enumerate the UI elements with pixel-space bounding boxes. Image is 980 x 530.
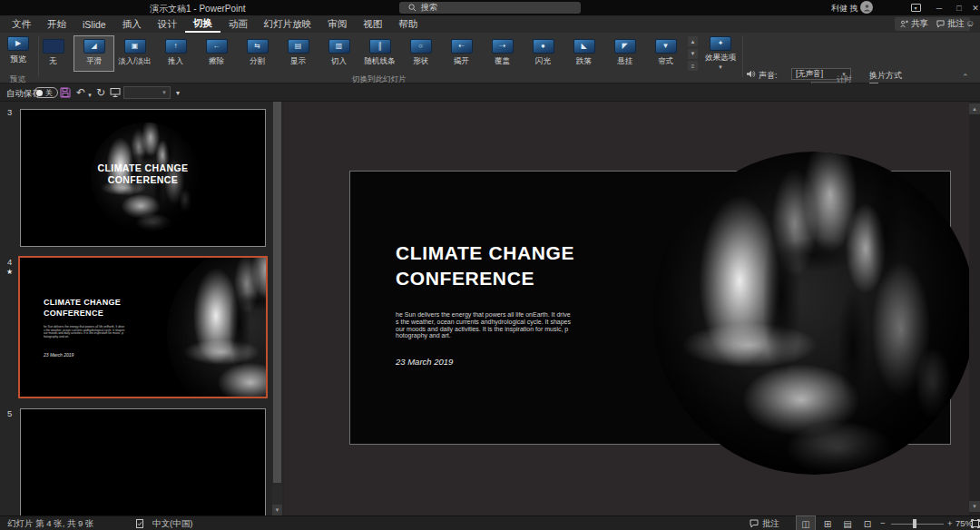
thumbnail-scrollbar[interactable]: ▼ xyxy=(272,102,282,515)
transition-item[interactable]: ▥ 切入 xyxy=(318,35,359,72)
ribbon-display-options-button[interactable]: ▾ xyxy=(906,0,926,15)
ribbon-tab[interactable]: 帮助 xyxy=(390,15,426,33)
qat-combobox[interactable]: ▼ xyxy=(123,86,171,99)
zoom-in-icon[interactable]: + xyxy=(947,518,953,528)
zoom-slider-thumb[interactable] xyxy=(913,519,916,528)
scroll-up-icon[interactable]: ▲ xyxy=(969,103,980,114)
slide-sorter-icon[interactable]: ⊞ xyxy=(818,516,837,530)
transition-item[interactable]: ◤ 悬挂 xyxy=(604,35,645,72)
slideshow-from-start-icon[interactable] xyxy=(110,87,121,98)
slide-info[interactable]: 幻灯片 第 4 张, 共 9 张 xyxy=(7,518,94,530)
transition-icon: ⇆ xyxy=(247,39,269,54)
transition-item[interactable]: ○ 形状 xyxy=(400,35,441,72)
ribbon-tab[interactable]: 动画 xyxy=(220,15,256,33)
title-bar: 演示文稿1 - PowerPoint 搜索 利健 拽 ▾ ─ □ ✕ xyxy=(0,0,980,15)
slide-title[interactable]: CLIMATE CHANGE CONFERENCE xyxy=(396,240,574,291)
powerpoint-window: 演示文稿1 - PowerPoint 搜索 利健 拽 ▾ ─ □ ✕ 文件开始i… xyxy=(0,0,980,530)
normal-view-icon[interactable]: ◫ xyxy=(797,516,815,530)
transition-item[interactable]: ⇢ 覆盖 xyxy=(482,35,523,72)
transition-item[interactable]: 无 xyxy=(33,35,74,72)
effect-options-button[interactable]: ✦ 效果选项 ▼ xyxy=(701,36,740,69)
fit-to-window-icon[interactable] xyxy=(971,519,980,528)
effect-options-icon: ✦ xyxy=(710,36,731,51)
slide-5-thumbnail[interactable] xyxy=(20,408,266,515)
chevron-down-icon: ▼ xyxy=(162,90,167,95)
comment-icon xyxy=(936,20,945,28)
transition-icon xyxy=(43,39,64,54)
search-box[interactable]: 搜索 xyxy=(399,2,581,14)
redo-icon[interactable]: ↻ xyxy=(96,86,105,99)
ribbon-tab[interactable]: 文件 xyxy=(4,15,39,33)
slide-4-date: 23 March 2019 xyxy=(44,352,74,358)
transition-item[interactable]: ▣ 淡入/淡出 xyxy=(114,35,155,72)
thumbnail-scrollbar-thumb[interactable] xyxy=(273,102,281,483)
ribbon-tab[interactable]: 视图 xyxy=(355,15,390,33)
ribbon-tab[interactable]: 开始 xyxy=(39,15,74,33)
sound-icon xyxy=(747,70,756,78)
gallery-scroll-down[interactable]: ▼ xyxy=(688,49,698,59)
ribbon-tab[interactable]: 插入 xyxy=(114,15,150,33)
comments-button[interactable]: 批注 xyxy=(931,17,970,31)
transition-item[interactable]: ⇆ 分割 xyxy=(237,35,278,72)
language-indicator[interactable]: 中文(中国) xyxy=(152,518,192,530)
close-button[interactable]: ✕ xyxy=(965,0,980,15)
transition-icon: ← xyxy=(206,39,228,54)
comments-status-button[interactable]: 批注 xyxy=(762,518,779,530)
undo-icon[interactable]: ↶ xyxy=(76,86,85,99)
transition-icon: ▥ xyxy=(328,39,350,54)
transition-item[interactable]: ⇠ 揭开 xyxy=(441,35,482,72)
save-icon[interactable] xyxy=(60,87,71,98)
feedback-icon[interactable]: ☺ xyxy=(965,18,975,28)
transition-icon: ◤ xyxy=(614,39,636,54)
share-icon xyxy=(900,20,908,28)
transition-icon: ▣ xyxy=(124,39,146,54)
transition-item[interactable]: ← 擦除 xyxy=(196,35,237,72)
transition-icon: ○ xyxy=(410,39,432,54)
transition-item[interactable]: ● 闪光 xyxy=(523,35,564,72)
gallery-more-button[interactable]: ≡ xyxy=(688,61,698,71)
transition-icon: ▤ xyxy=(288,39,309,54)
transition-icon: ↑ xyxy=(165,39,187,54)
spellcheck-icon[interactable] xyxy=(136,519,145,528)
slide-3-title: CLIMATE CHANGE CONFERENCE xyxy=(21,162,265,186)
editor-scrollbar[interactable]: ▲ ▼ xyxy=(969,102,980,515)
transition-icon: ● xyxy=(533,39,554,54)
ribbon-tab[interactable]: iSlide xyxy=(74,15,114,33)
ribbon-tabs: 文件开始iSlide插入设计切换动画幻灯片放映审阅视图帮助 xyxy=(4,15,426,33)
slideshow-view-icon[interactable]: ⊡ xyxy=(858,516,877,530)
ribbon-tab[interactable]: 设计 xyxy=(150,15,185,33)
status-bar: 幻灯片 第 4 张, 共 9 张 中文(中国) 批注 ◫ ⊞ ▤ ⊡ − + 7… xyxy=(0,515,980,530)
ribbon-tab[interactable]: 切换 xyxy=(185,15,220,33)
transition-item[interactable]: ◣ 跌落 xyxy=(564,35,604,72)
gallery-scroll-up[interactable]: ▲ xyxy=(688,36,698,46)
slide-3-thumbnail[interactable]: CLIMATE CHANGE CONFERENCE xyxy=(20,109,266,247)
chevron-down-icon: ▼ xyxy=(718,65,723,69)
transition-item[interactable]: ║ 随机线条 xyxy=(359,35,400,72)
share-button[interactable]: 共享 xyxy=(895,17,934,31)
zoom-out-icon[interactable]: − xyxy=(880,518,886,528)
preview-button[interactable]: ▶ 预览 xyxy=(4,36,33,65)
minimize-button[interactable]: ─ xyxy=(929,0,949,15)
transition-item[interactable]: ◢ 平滑 xyxy=(74,35,114,72)
autosave-toggle[interactable]: 关 xyxy=(34,87,58,98)
slide-date[interactable]: 23 March 2019 xyxy=(396,357,453,367)
customize-qat-icon[interactable]: ▾ xyxy=(176,87,180,100)
zoom-slider-track[interactable] xyxy=(891,524,944,525)
transition-item[interactable]: ↑ 推入 xyxy=(155,35,196,72)
slide-body[interactable]: he Sun delivers the energy that powers a… xyxy=(396,311,600,339)
slide-editor[interactable]: CLIMATE CHANGE CONFERENCE he Sun deliver… xyxy=(284,102,980,515)
earth-image[interactable] xyxy=(652,152,975,475)
reading-view-icon[interactable]: ▤ xyxy=(838,516,857,530)
ribbon-tab[interactable]: 审阅 xyxy=(319,15,355,33)
window-title: 演示文稿1 - PowerPoint xyxy=(150,3,246,15)
ribbon-tab[interactable]: 幻灯片放映 xyxy=(256,15,320,33)
scroll-down-icon[interactable]: ▼ xyxy=(272,505,282,515)
search-placeholder: 搜索 xyxy=(421,2,437,14)
transition-item[interactable]: ▼ 帘式 xyxy=(645,35,686,72)
transition-item[interactable]: ▤ 显示 xyxy=(278,35,318,72)
slide-4-thumbnail[interactable]: CLIMATE CHANGE CONFERENCE he Sun deliver… xyxy=(18,256,268,398)
collapse-ribbon-icon[interactable]: ⌃ xyxy=(962,73,969,82)
avatar[interactable] xyxy=(860,1,873,14)
scroll-down-icon[interactable]: ▼ xyxy=(969,501,980,512)
undo-dropdown-icon[interactable]: ▼ xyxy=(87,89,93,102)
